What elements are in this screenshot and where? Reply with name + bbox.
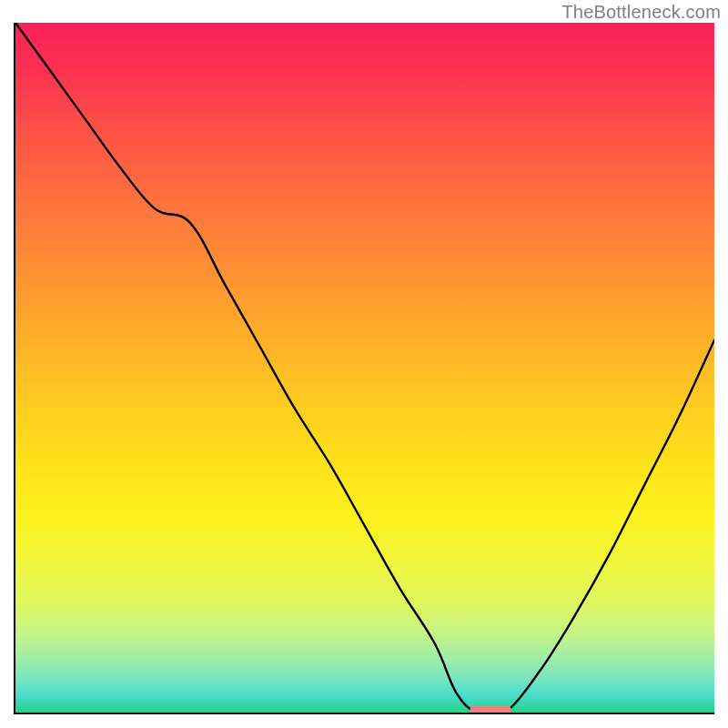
plot-area: [14, 23, 714, 714]
optimal-marker: [470, 705, 511, 713]
curve-overlay: [15, 23, 714, 713]
bottleneck-chart: TheBottleneck.com: [0, 0, 728, 728]
watermark-text: TheBottleneck.com: [561, 2, 721, 23]
bottleneck-curve-line: [15, 23, 714, 713]
